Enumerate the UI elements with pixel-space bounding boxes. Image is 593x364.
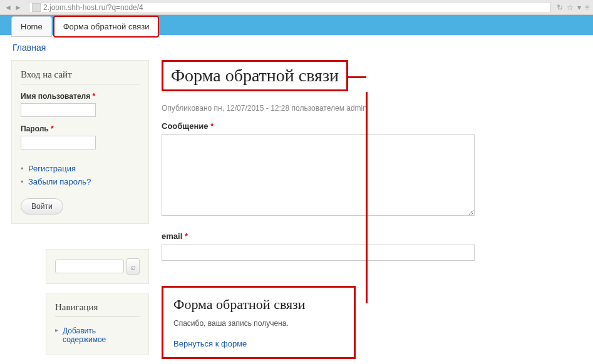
email-input[interactable] xyxy=(162,245,475,261)
required-star: * xyxy=(210,121,214,131)
required-star: * xyxy=(51,124,54,133)
url-text: 2.joom.shh-host.ru/?q=node/4 xyxy=(43,3,143,12)
forgot-password-link[interactable]: Забыли пароль? xyxy=(28,177,91,186)
menu-icon[interactable]: ≡ xyxy=(585,3,589,12)
required-star: * xyxy=(93,92,96,101)
menu-home[interactable]: Home xyxy=(11,16,52,37)
register-link[interactable]: Регистрация xyxy=(28,164,76,173)
search-input[interactable] xyxy=(55,260,124,273)
search-icon: ⌕ xyxy=(131,262,136,271)
search-widget: ⌕ xyxy=(46,249,149,284)
add-content-link[interactable]: Добавить содержимое xyxy=(63,326,106,344)
message-textarea[interactable] xyxy=(162,134,475,216)
login-button[interactable]: Войти xyxy=(21,198,63,215)
password-label: Пароль * xyxy=(21,124,140,133)
password-input[interactable] xyxy=(21,136,96,149)
browser-right-controls: ↻ ☆ ▾ ≡ xyxy=(557,3,589,12)
browser-toolbar: ◄ ► 2.joom.shh-host.ru/?q=node/4 ↻ ☆ ▾ ≡ xyxy=(0,0,593,15)
main-content: Форма обратной связи Опубликовано пн, 12… xyxy=(162,60,582,359)
back-to-form-link[interactable]: Вернуться к форме xyxy=(173,339,247,348)
bookmark-star-icon[interactable]: ☆ xyxy=(567,3,574,12)
thankyou-box: Форма обратной связи Спасибо, ваша запис… xyxy=(162,286,356,359)
breadcrumb: Главная xyxy=(0,35,593,60)
annotation-connector xyxy=(346,76,366,78)
nav-widget-title: Навигация xyxy=(55,302,140,317)
search-button[interactable]: ⌕ xyxy=(126,258,140,275)
breadcrumb-home-link[interactable]: Главная xyxy=(13,43,46,53)
thankyou-message: Спасибо, ваша запись получена. xyxy=(173,319,344,328)
sidebar: Вход на сайт Имя пользователя * Пароль *… xyxy=(11,60,149,359)
forward-arrow-icon[interactable]: ► xyxy=(14,3,23,12)
username-input[interactable] xyxy=(21,103,96,117)
message-label: Сообщение * xyxy=(162,121,582,131)
navigation-widget: Навигация Добавить содержимое xyxy=(46,293,149,355)
email-label: email * xyxy=(162,231,582,241)
annotation-connector-vertical xyxy=(366,92,368,303)
username-label: Имя пользователя * xyxy=(21,92,140,101)
top-menu: Home Форма обратной связи xyxy=(0,15,593,35)
menu-feedback-form[interactable]: Форма обратной связи xyxy=(53,16,160,38)
login-widget: Вход на сайт Имя пользователя * Пароль *… xyxy=(11,60,149,224)
page-meta: Опубликовано пн, 12/07/2015 - 12:28 поль… xyxy=(162,104,582,113)
nav-arrows: ◄ ► xyxy=(4,3,23,12)
login-widget-title: Вход на сайт xyxy=(21,69,140,84)
reload-icon[interactable]: ↻ xyxy=(557,3,563,12)
page-icon xyxy=(32,3,41,12)
url-bar[interactable]: 2.joom.shh-host.ru/?q=node/4 xyxy=(29,2,550,13)
login-links: Регистрация Забыли пароль? xyxy=(21,162,140,188)
back-arrow-icon[interactable]: ◄ xyxy=(4,3,13,12)
required-star: * xyxy=(185,231,188,241)
nav-list: Добавить содержимое xyxy=(55,325,140,346)
page-title: Форма обратной связи xyxy=(162,60,348,91)
dropdown-icon[interactable]: ▾ xyxy=(577,3,581,12)
thankyou-title: Форма обратной связи xyxy=(173,296,344,313)
